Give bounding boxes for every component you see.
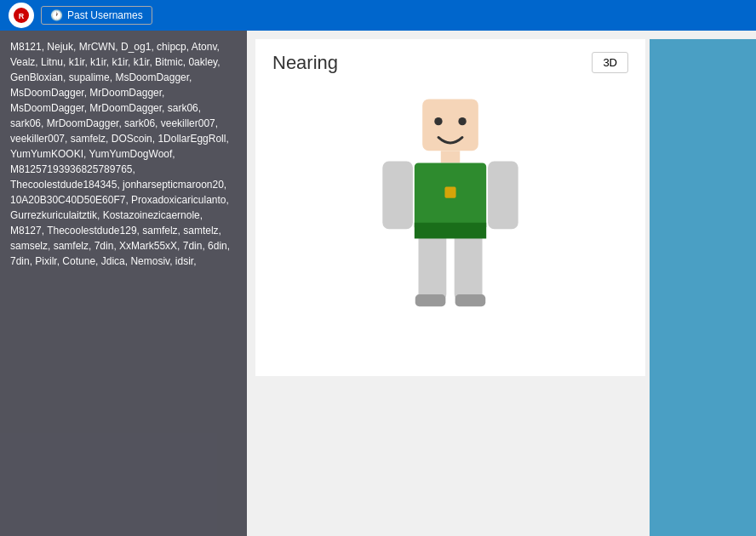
main-content: M8121, Nejuk, MrCWN, D_og1, chipcp, Aton… [0, 31, 756, 536]
roblox-logo-icon: R [9, 3, 34, 28]
svg-rect-13 [415, 294, 446, 306]
avatar-display [331, 83, 570, 355]
svg-rect-9 [488, 162, 518, 230]
wearing-section-wrapper: Nearing 3D [251, 35, 756, 536]
past-usernames-label: Past Usernames [67, 9, 143, 21]
avatar-svg [365, 91, 536, 346]
wearing-card: Nearing 3D [255, 39, 645, 376]
svg-rect-7 [444, 187, 455, 198]
blue-side-panel [650, 39, 756, 536]
svg-text:R: R [19, 12, 25, 20]
svg-rect-12 [415, 223, 486, 239]
svg-rect-10 [419, 229, 447, 300]
wearing-title: Nearing [272, 52, 628, 74]
svg-point-4 [458, 117, 466, 125]
svg-rect-11 [455, 229, 483, 300]
svg-rect-8 [382, 162, 413, 230]
3d-button[interactable]: 3D [592, 52, 628, 73]
usernames-list: M8121, Nejuk, MrCWN, D_og1, chipcp, Aton… [10, 41, 230, 267]
past-usernames-button[interactable]: 🕐 Past Usernames [41, 6, 152, 25]
svg-rect-14 [455, 294, 486, 306]
svg-rect-5 [441, 151, 461, 163]
svg-point-3 [434, 117, 442, 125]
clock-icon: 🕐 [50, 9, 63, 21]
top-bar: R 🕐 Past Usernames [0, 0, 756, 31]
usernames-dropdown[interactable]: M8121, Nejuk, MrCWN, D_og1, chipcp, Aton… [0, 31, 247, 536]
